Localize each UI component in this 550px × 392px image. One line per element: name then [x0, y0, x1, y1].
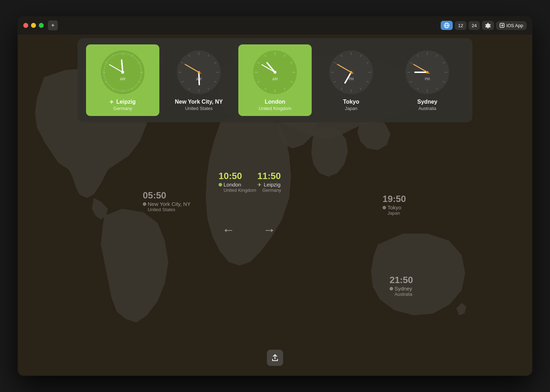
- svg-line-85: [199, 72, 199, 85]
- titlebar-controls: 12 24 iOS App: [441, 21, 527, 30]
- leipzig-country-name: Germany: [262, 188, 281, 193]
- clock-face-tokyo: PM: [328, 49, 374, 95]
- tokyo-country: Japan: [343, 106, 359, 111]
- gear-icon: [485, 23, 491, 28]
- tokyo-label: Tokyo Japan: [343, 99, 359, 111]
- tokyo-dot: [383, 206, 386, 209]
- scroll-left-arrow[interactable]: ←: [222, 222, 235, 237]
- clock-face-london: AM: [252, 49, 298, 95]
- map-label-leipzig[interactable]: 11:50 ✈ Leipzig Germany: [257, 171, 281, 193]
- london-city-row: London: [219, 182, 241, 188]
- close-button[interactable]: [23, 23, 28, 28]
- world-clock-icon: [444, 23, 450, 28]
- leipzig-city-name: Leipzig: [264, 182, 281, 188]
- tokyo-city: Tokyo: [343, 99, 359, 105]
- svg-point-105: [274, 71, 276, 74]
- scroll-right-arrow[interactable]: →: [263, 222, 276, 237]
- share-button[interactable]: [267, 350, 283, 366]
- london-dot: [219, 183, 222, 186]
- location-icon: ✈: [110, 99, 114, 105]
- clocks-panel: AM ✈ Leipzig Germany: [78, 38, 472, 122]
- london-label: London United Kingdom: [259, 99, 292, 111]
- tokyo-country-name: Japan: [387, 210, 400, 216]
- newyork-city: New York City, NY: [175, 99, 223, 105]
- svg-text:AM: AM: [120, 77, 125, 81]
- tokyo-city-name: Tokyo: [387, 204, 401, 210]
- svg-point-88: [198, 71, 200, 74]
- london-city: London: [259, 99, 292, 105]
- 12hr-button[interactable]: 12: [455, 21, 466, 30]
- map-label-sydney[interactable]: 21:50 Sydney Australia: [390, 275, 413, 297]
- ios-app-label: iOS App: [506, 23, 523, 28]
- app-window: 10:50 London United Kingdom 11:50 ✈ Leip…: [18, 16, 532, 376]
- share-icon: [271, 354, 279, 362]
- minimize-button[interactable]: [31, 23, 36, 28]
- titlebar: + 12 24 i: [18, 16, 532, 35]
- tokyo-map-time: 19:50: [383, 194, 406, 203]
- leipzig-city: ✈ Leipzig: [110, 99, 136, 105]
- tokyo-city-row: Tokyo: [383, 204, 401, 210]
- map-label-tokyo[interactable]: 19:50 Tokyo Japan: [383, 194, 406, 216]
- nyc-map-time: 05:50: [143, 191, 166, 200]
- sydney-dot: [390, 287, 393, 290]
- nyc-city-row: New York City, NY: [143, 201, 190, 207]
- settings-button[interactable]: [482, 21, 494, 30]
- nyc-dot: [143, 202, 146, 206]
- time-scroll-arrows: ← →: [222, 222, 276, 237]
- sydney-city-row: Sydney: [390, 286, 412, 292]
- london-city-name: London: [224, 182, 241, 188]
- ios-app-button[interactable]: iOS App: [496, 21, 527, 30]
- traffic-lights: [23, 23, 44, 28]
- sydney-map-time: 21:50: [390, 275, 413, 284]
- leipzig-label: ✈ Leipzig Germany: [110, 99, 136, 111]
- sydney-country: Australia: [417, 106, 438, 111]
- sydney-city: Sydney: [417, 99, 438, 105]
- clock-card-leipzig[interactable]: AM ✈ Leipzig Germany: [86, 44, 159, 116]
- add-clock-button[interactable]: +: [48, 20, 58, 30]
- sydney-country-name: Australia: [395, 292, 412, 297]
- ios-icon: [500, 23, 505, 28]
- sydney-label: Sydney Australia: [417, 99, 438, 111]
- clock-card-london[interactable]: AM London United Kingdom: [238, 44, 312, 116]
- sydney-city-name: Sydney: [395, 286, 412, 292]
- svg-text:PM: PM: [425, 77, 430, 81]
- clock-card-sydney[interactable]: PM Sydney Australia: [391, 44, 464, 116]
- newyork-label: New York City, NY United States: [175, 99, 223, 111]
- map-label-london[interactable]: 10:50 London United Kingdom: [219, 171, 256, 193]
- leipzig-city-row: ✈ Leipzig: [257, 182, 281, 188]
- map-label-newyork[interactable]: 05:50 New York City, NY United States: [143, 191, 190, 212]
- london-country-name: United Kingdom: [224, 188, 256, 193]
- svg-text:PM: PM: [349, 77, 354, 81]
- clock-card-newyork[interactable]: AM New York City, NY United States: [162, 44, 236, 116]
- clock-face-leipzig: AM: [100, 49, 146, 95]
- newyork-country: United States: [175, 106, 223, 111]
- fullscreen-button[interactable]: [39, 23, 44, 28]
- svg-text:AM: AM: [272, 77, 277, 81]
- svg-point-70: [121, 71, 124, 74]
- nyc-country-name: United States: [148, 207, 175, 212]
- location-arrow-icon: ✈: [257, 182, 262, 188]
- london-country: United Kingdom: [259, 106, 292, 111]
- clock-face-sydney: PM: [404, 49, 450, 95]
- 24hr-button[interactable]: 24: [469, 21, 480, 30]
- svg-point-141: [426, 71, 429, 74]
- world-clock-view-button[interactable]: [441, 21, 453, 30]
- london-map-time: 10:50: [219, 171, 242, 180]
- nyc-city-name: New York City, NY: [148, 201, 190, 207]
- svg-point-123: [350, 71, 353, 74]
- leipzig-map-time: 11:50: [257, 171, 281, 180]
- clock-card-tokyo[interactable]: PM Tokyo Japan: [314, 44, 388, 116]
- clock-face-newyork: AM: [176, 49, 222, 95]
- leipzig-country: Germany: [110, 106, 136, 111]
